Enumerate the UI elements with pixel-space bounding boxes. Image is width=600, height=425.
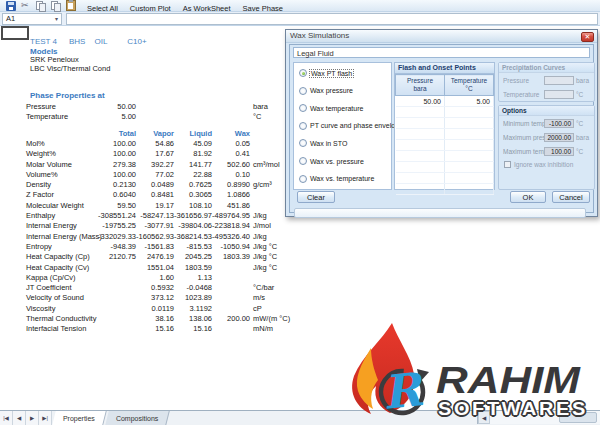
flash-table-cell[interactable]: [445, 140, 494, 151]
radio-icon[interactable]: [299, 157, 307, 165]
ignore-wax-inhibition-checkbox[interactable]: [504, 161, 511, 168]
phase-properties-rows: Pressure50.00 baraTemperature5.00 °C: [26, 101, 268, 122]
name-box-dropdown-icon[interactable]: ▾: [55, 15, 58, 22]
cell-total: 100.00: [98, 149, 136, 158]
cell-wax: -495326.40: [212, 232, 250, 241]
cell-name-box[interactable]: A1 ▾: [2, 13, 62, 25]
flame-outer: [352, 323, 414, 414]
precipitation-field-temperature: Temperature°C: [503, 90, 592, 99]
radio-option-wax-temperature[interactable]: Wax temperature: [299, 104, 363, 112]
cell-liquid: 81.92: [174, 149, 212, 158]
flash-table-cell[interactable]: [396, 118, 445, 129]
radio-icon[interactable]: [299, 139, 307, 147]
phase-property-label: Pressure: [26, 102, 98, 111]
dialog-title[interactable]: Wax Simulations: [286, 30, 597, 43]
dialog-status-strip: [294, 208, 586, 218]
radio-option-wax-pressure[interactable]: Wax pressure: [299, 87, 353, 95]
column-header-liquid: Liquid: [174, 129, 212, 138]
flash-table-cell[interactable]: [445, 184, 494, 195]
sheet-tab-properties[interactable]: Properties: [52, 411, 106, 425]
table-row: Volume%100.0077.0222.880.10: [26, 169, 290, 179]
field-label: Pressure: [503, 77, 544, 84]
row-label: Internal Energy (Mass): [26, 232, 98, 241]
sheet-nav-icon-0[interactable]: |◀: [0, 411, 13, 425]
cell-wax: 0.8990: [212, 180, 250, 189]
flash-table-cell[interactable]: [396, 107, 445, 118]
radio-label: Wax in STO: [310, 140, 347, 147]
cell-vapor: 54.86: [136, 139, 174, 148]
radio-label: Wax temperature: [310, 105, 363, 112]
clear-button[interactable]: Clear: [297, 191, 335, 203]
selected-cell-a1[interactable]: [1, 26, 29, 40]
sheet-nav-icon-1[interactable]: ◀: [13, 411, 26, 425]
flash-column-unit: °C: [446, 85, 492, 93]
cell-vapor: 1.60: [136, 273, 174, 282]
flash-table-cell[interactable]: [445, 118, 494, 129]
scrollbar-thumb[interactable]: [559, 412, 597, 423]
close-icon[interactable]: ✕: [581, 32, 594, 42]
options-heading: Options: [499, 106, 594, 116]
copy-icon[interactable]: [36, 1, 46, 11]
ok-button[interactable]: OK: [510, 191, 546, 203]
cell-liquid: 138.06: [174, 314, 212, 323]
field-input[interactable]: -100.00: [544, 119, 574, 128]
paste-icon[interactable]: [66, 0, 76, 11]
radio-option-wax-in-sto[interactable]: Wax in STO: [299, 139, 347, 147]
flash-table-cell[interactable]: 50.00: [396, 96, 445, 107]
scroll-left-icon[interactable]: ◀: [478, 411, 490, 424]
table-row: Entropy-948.39-1561.83-815.53-1050.94 J/…: [26, 241, 290, 251]
cell-total: 0.2130: [98, 180, 136, 189]
sheet-nav-icon-3[interactable]: ▶|: [39, 411, 52, 425]
radio-icon[interactable]: [299, 104, 307, 112]
radio-option-pt-curve-and-phase-envelope[interactable]: PT curve and phase envelope: [299, 122, 403, 130]
radio-icon[interactable]: [299, 175, 307, 183]
row-label: Molar Volume: [26, 160, 98, 169]
cell-liquid: 22.88: [174, 170, 212, 179]
radio-icon[interactable]: [299, 87, 307, 95]
field-input[interactable]: 2000.00: [544, 133, 574, 142]
field-unit: °C: [574, 91, 592, 98]
flash-table-row: [396, 162, 494, 173]
flash-table-header-row: PressurebaraTemperature°C: [396, 75, 494, 96]
application-window: Select AllCustom PlotAs WorkSheetSave Ph…: [0, 0, 600, 425]
horizontal-scrollbar[interactable]: ◀: [477, 411, 600, 424]
precipitation-field-pressure: Pressurebara: [503, 76, 592, 85]
row-unit: J/mol: [253, 221, 290, 230]
scrollbar-track[interactable]: [490, 411, 600, 424]
cell-liquid: 2045.25: [174, 252, 212, 261]
radio-icon[interactable]: [299, 69, 307, 77]
flash-table-cell[interactable]: [445, 162, 494, 173]
cell-liquid: -0.0468: [174, 283, 212, 292]
cancel-button[interactable]: Cancel: [552, 191, 590, 203]
copy-icon-2[interactable]: [51, 1, 61, 11]
flash-table-cell[interactable]: [396, 129, 445, 140]
flash-table-cell[interactable]: [396, 162, 445, 173]
radio-option-wax-pt-flash[interactable]: Wax PT flash: [299, 69, 353, 77]
cut-icon[interactable]: [21, 1, 31, 11]
formula-input[interactable]: [66, 13, 598, 25]
flash-table-cell[interactable]: 5.00: [445, 96, 494, 107]
flash-table-cell[interactable]: [396, 184, 445, 195]
flash-table-cell[interactable]: [445, 129, 494, 140]
sheet-tab-compositions[interactable]: Compositions: [105, 411, 170, 425]
field-input[interactable]: 100.00: [544, 147, 574, 156]
cell-wax: 1.0866: [212, 190, 250, 199]
flash-table-cell[interactable]: [396, 151, 445, 162]
radio-icon[interactable]: [299, 122, 307, 130]
flash-table-cell[interactable]: [445, 173, 494, 184]
flash-table-cell[interactable]: [445, 151, 494, 162]
save-icon[interactable]: [6, 1, 16, 11]
right-panel: Precipitation Curves PressurebaraTempera…: [498, 62, 595, 190]
cell-vapor: 1551.04: [136, 263, 174, 272]
table-row: Thermal Conductivity38.16138.06200.00 mW…: [26, 313, 290, 323]
flash-table-cell[interactable]: [396, 140, 445, 151]
flash-table-cell[interactable]: [445, 107, 494, 118]
row-label: Weight%: [26, 149, 98, 158]
flash-table-row: [396, 129, 494, 140]
flash-table-cell[interactable]: [396, 173, 445, 184]
radio-option-wax-vs-temperature[interactable]: Wax vs. temperature: [299, 175, 374, 183]
sheet-nav-icon-2[interactable]: ▶: [26, 411, 39, 425]
flash-table-row: [396, 173, 494, 184]
field-label: Maximum temperature (PE): [503, 148, 544, 155]
radio-option-wax-vs-pressure[interactable]: Wax vs. pressure: [299, 157, 364, 165]
